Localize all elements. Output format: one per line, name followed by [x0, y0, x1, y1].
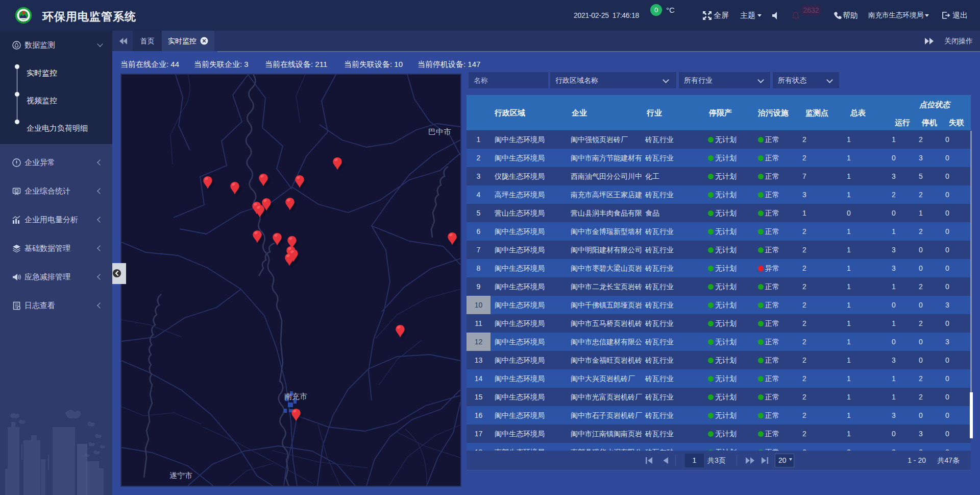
svg-text:巴中市: 巴中市 [428, 127, 451, 136]
svg-text:环保监管: 环保监管 [19, 20, 27, 23]
svg-text:遂宁市: 遂宁市 [169, 471, 192, 480]
svg-text:南充市: 南充市 [284, 392, 307, 400]
